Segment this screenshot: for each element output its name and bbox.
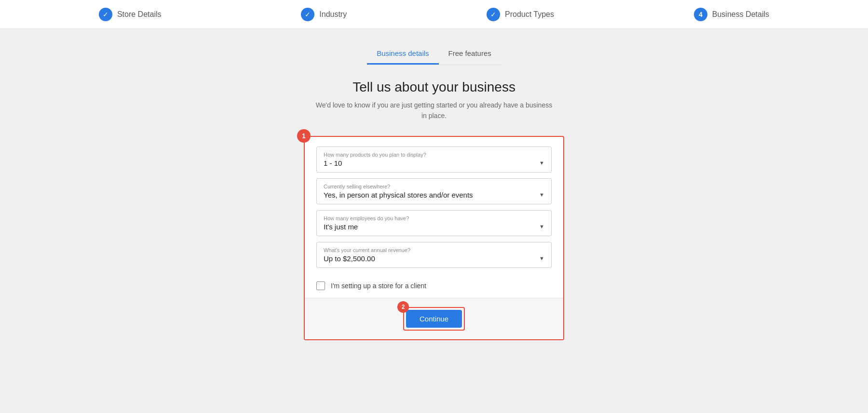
annotation-badge-1: 1 <box>297 129 311 143</box>
step-label-business-details: Business Details <box>712 10 769 19</box>
continue-section: 2 Continue <box>305 298 563 339</box>
products-count-label: How many products do you plan to display… <box>324 152 544 158</box>
page-subtitle: We'd love to know if you are just gettin… <box>313 100 555 121</box>
step-industry: ✓ Industry <box>301 8 347 21</box>
annual-revenue-value: Up to $2,500.00 <box>324 254 544 263</box>
selling-elsewhere-value: Yes, in person at physical stores and/or… <box>324 191 544 199</box>
client-store-checkbox-row: I'm setting up a store for a client <box>305 276 563 298</box>
annual-revenue-label: What's your current annual revenue? <box>324 247 544 253</box>
page-title: Tell us about your business <box>313 80 555 95</box>
products-count-select[interactable]: How many products do you plan to display… <box>316 147 552 173</box>
employees-value: It's just me <box>324 223 544 231</box>
main-content: Business details Free features Tell us a… <box>0 29 868 355</box>
step-check-icon-product-types: ✓ <box>487 8 500 21</box>
stepper: ✓ Store Details ✓ Industry ✓ Product Typ… <box>0 0 868 29</box>
products-count-value: 1 - 10 <box>324 159 544 167</box>
form-fields: How many products do you plan to display… <box>305 137 563 276</box>
tab-free-features[interactable]: Free features <box>439 43 501 65</box>
page-heading: Tell us about your business We'd love to… <box>313 80 555 121</box>
step-business-details: 4 Business Details <box>694 8 769 21</box>
annual-revenue-select[interactable]: What's your current annual revenue? Up t… <box>316 242 552 268</box>
tab-bar: Business details Free features <box>367 43 501 65</box>
continue-button[interactable]: Continue <box>406 310 462 328</box>
step-store-details: ✓ Store Details <box>99 8 162 21</box>
step-label-store-details: Store Details <box>117 10 162 19</box>
selling-elsewhere-select[interactable]: Currently selling elsewhere? Yes, in per… <box>316 178 552 204</box>
annotation-badge-2: 2 <box>397 301 409 313</box>
employees-label: How many employees do you have? <box>324 215 544 221</box>
step-label-product-types: Product Types <box>505 10 554 19</box>
client-store-label: I'm setting up a store for a client <box>331 282 426 290</box>
step-num-badge: 4 <box>694 8 707 21</box>
step-check-icon: ✓ <box>99 8 112 21</box>
continue-btn-wrapper: 2 Continue <box>403 307 465 331</box>
employees-select[interactable]: How many employees do you have? It's jus… <box>316 210 552 236</box>
client-store-checkbox[interactable] <box>316 281 325 290</box>
step-check-icon-industry: ✓ <box>301 8 314 21</box>
tab-business-details[interactable]: Business details <box>367 43 438 65</box>
selling-elsewhere-label: Currently selling elsewhere? <box>324 184 544 189</box>
business-form-card: 1 How many products do you plan to displ… <box>304 136 564 340</box>
step-label-industry: Industry <box>319 10 347 19</box>
step-product-types: ✓ Product Types <box>487 8 554 21</box>
